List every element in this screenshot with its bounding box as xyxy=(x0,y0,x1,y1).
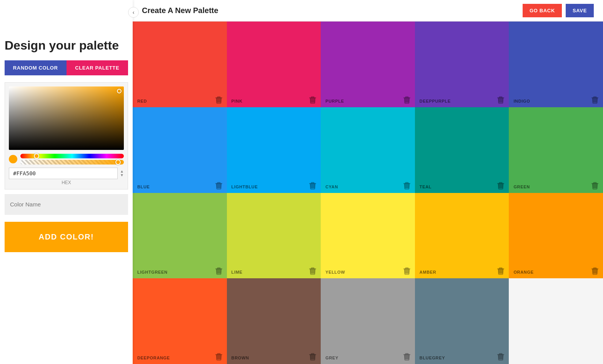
hue-thumb xyxy=(34,153,39,159)
save-button[interactable]: SAVE xyxy=(566,4,594,17)
palette-cell[interactable]: BROWN xyxy=(227,278,321,364)
main-content: Create A New Palette GO BACK SAVE RED PI… xyxy=(133,0,603,364)
palette-cell-label: AMBER xyxy=(420,270,505,274)
palette-cell[interactable]: LIGHTGREEN xyxy=(133,193,227,279)
go-back-button[interactable]: GO BACK xyxy=(523,4,562,17)
palette-cell[interactable]: PURPLE xyxy=(321,22,415,107)
color-name-input[interactable] xyxy=(10,201,123,208)
delete-color-button[interactable] xyxy=(591,181,599,190)
arrow-down-icon: ▼ xyxy=(120,173,124,177)
palette-cell-label: BROWN xyxy=(232,356,316,360)
delete-color-button[interactable] xyxy=(215,267,223,275)
palette-cell[interactable]: TEAL xyxy=(415,107,509,193)
delete-color-button[interactable] xyxy=(215,181,223,190)
hue-row xyxy=(9,154,124,165)
palette-cell[interactable]: BLUEGREY xyxy=(415,278,509,364)
delete-color-button[interactable] xyxy=(308,181,317,190)
palette-cell-label: DEEPPURPLE xyxy=(420,99,505,103)
add-color-button[interactable]: ADD COLOR! xyxy=(5,222,128,252)
delete-color-button[interactable] xyxy=(403,267,411,275)
palette-cell-label: YELLOW xyxy=(325,270,410,274)
clear-palette-button[interactable]: CLEAR PALETTE xyxy=(67,60,128,75)
top-bar-actions: GO BACK SAVE xyxy=(523,4,594,17)
palette-cell-label: ORANGE xyxy=(513,270,598,274)
sidebar: ‹ Design your palette RANDOM COLOR CLEAR… xyxy=(0,0,133,364)
random-color-button[interactable]: RANDOM COLOR xyxy=(5,60,67,75)
delete-color-button[interactable] xyxy=(403,96,411,104)
hex-arrows[interactable]: ▲ ▼ xyxy=(120,170,124,177)
palette-cell-label: PURPLE xyxy=(325,99,410,103)
delete-color-button[interactable] xyxy=(308,96,317,104)
palette-cell[interactable]: YELLOW xyxy=(321,193,415,279)
palette-cell-label: PINK xyxy=(232,99,316,103)
hex-label: HEX xyxy=(9,180,124,185)
page-title: Create A New Palette xyxy=(142,6,218,15)
color-name-box xyxy=(5,194,128,215)
palette-cell[interactable]: LIGHTBLUE xyxy=(227,107,321,193)
color-picker: ▲ ▼ HEX xyxy=(5,82,128,189)
delete-color-button[interactable] xyxy=(496,96,505,104)
palette-cell[interactable]: DEEPORANGE xyxy=(133,278,227,364)
palette-cell[interactable]: AMBER xyxy=(415,193,509,279)
palette-cell-label: RED xyxy=(137,99,222,103)
palette-cell-label: CYAN xyxy=(325,184,410,189)
opacity-overlay xyxy=(20,160,124,165)
delete-color-button[interactable] xyxy=(591,267,599,275)
gradient-cursor xyxy=(117,89,122,93)
sidebar-title: Design your palette xyxy=(5,38,128,53)
action-buttons-row: RANDOM COLOR CLEAR PALETTE xyxy=(5,60,128,75)
top-bar: Create A New Palette GO BACK SAVE xyxy=(133,0,603,22)
current-color-dot xyxy=(9,155,17,163)
delete-color-button[interactable] xyxy=(496,352,505,361)
palette-cell-label: BLUE xyxy=(137,184,222,189)
palette-cell-label: LIGHTGREEN xyxy=(137,270,222,274)
palette-cell[interactable]: INDIGO xyxy=(509,22,603,107)
delete-color-button[interactable] xyxy=(403,181,411,190)
palette-cell[interactable]: GREEN xyxy=(509,107,603,193)
delete-color-button[interactable] xyxy=(496,267,505,275)
opacity-slider[interactable] xyxy=(20,160,124,165)
palette-cell-label: TEAL xyxy=(420,184,505,189)
palette-cell[interactable]: ORANGE xyxy=(509,193,603,279)
delete-color-button[interactable] xyxy=(215,352,223,361)
palette-cell-label: LIGHTBLUE xyxy=(232,184,316,189)
palette-cell-label: DEEPORANGE xyxy=(137,356,222,360)
palette-cell[interactable]: LIME xyxy=(227,193,321,279)
color-gradient-canvas[interactable] xyxy=(9,86,124,150)
palette-cell[interactable]: GREY xyxy=(321,278,415,364)
hex-input[interactable] xyxy=(9,168,118,179)
delete-color-button[interactable] xyxy=(308,267,317,275)
delete-color-button[interactable] xyxy=(215,96,223,104)
palette-cell-label: GREY xyxy=(325,356,410,360)
opacity-thumb xyxy=(115,160,121,165)
delete-color-button[interactable] xyxy=(403,352,411,361)
palette-cell[interactable]: CYAN xyxy=(321,107,415,193)
palette-cell[interactable]: RED xyxy=(133,22,227,107)
sidebar-toggle-button[interactable]: ‹ xyxy=(128,7,139,18)
palette-cell-label: BLUEGREY xyxy=(420,356,505,360)
palette-cell-label: INDIGO xyxy=(513,99,598,103)
palette-cell[interactable]: BLUE xyxy=(133,107,227,193)
delete-color-button[interactable] xyxy=(591,96,599,104)
delete-color-button[interactable] xyxy=(496,181,505,190)
palette-cell[interactable]: PINK xyxy=(227,22,321,107)
sliders-wrap xyxy=(20,154,124,165)
palette-cell-label: LIME xyxy=(232,270,316,274)
palette-grid: RED PINK PURPLE DEEPPURPLE INDIGO BLUE xyxy=(133,22,603,364)
hue-slider[interactable] xyxy=(20,154,124,158)
palette-cell-label: GREEN xyxy=(513,184,598,189)
hex-row: ▲ ▼ xyxy=(9,168,124,179)
delete-color-button[interactable] xyxy=(308,352,317,361)
palette-cell[interactable]: DEEPPURPLE xyxy=(415,22,509,107)
